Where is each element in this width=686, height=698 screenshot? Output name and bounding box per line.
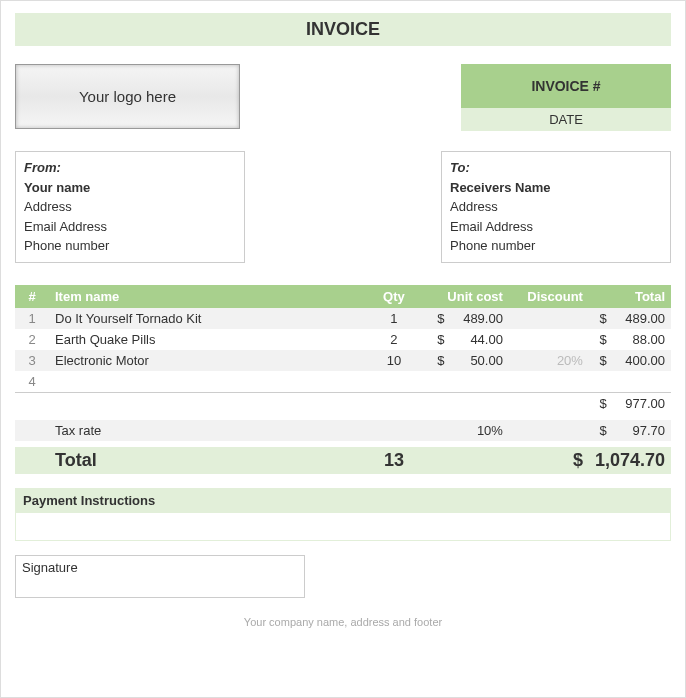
table-row: 2 Earth Quake Pills 2 $ 44.00 $ 88.00: [15, 329, 671, 350]
cell-num: 1: [15, 308, 49, 329]
invoice-number-label: INVOICE #: [461, 64, 671, 108]
cell-qty: 10: [369, 350, 419, 371]
to-label: To:: [450, 158, 662, 178]
cell-item: Earth Quake Pills: [49, 329, 369, 350]
subtotal-value: $ 977.00: [589, 392, 671, 414]
tax-amount: $ 97.70: [589, 420, 671, 441]
table-row-empty: 4: [15, 371, 671, 393]
signature-label: Signature: [22, 560, 78, 575]
tax-label: Tax rate: [49, 420, 369, 441]
to-phone: Phone number: [450, 236, 662, 256]
logo-placeholder[interactable]: Your logo here: [15, 64, 240, 129]
grand-total-qty: 13: [369, 447, 419, 474]
from-box: From: Your name Address Email Address Ph…: [15, 151, 245, 263]
from-name: Your name: [24, 178, 236, 198]
signature-box[interactable]: Signature: [15, 555, 305, 598]
header-row: Your logo here INVOICE # DATE: [15, 64, 671, 131]
to-name: Receivers Name: [450, 178, 662, 198]
col-unit: Unit cost: [419, 285, 509, 308]
cell-unit: $ 44.00: [419, 329, 509, 350]
cell-qty: 2: [369, 329, 419, 350]
cell-discount: [509, 308, 589, 329]
page-title: INVOICE: [15, 13, 671, 46]
tax-rate: 10%: [419, 420, 509, 441]
col-num: #: [15, 285, 49, 308]
grand-total-currency: $: [509, 447, 589, 474]
col-item: Item name: [49, 285, 369, 308]
payment-instructions-label: Payment Instructions: [15, 488, 671, 513]
grand-total-row: Total 13 $ 1,074.70: [15, 447, 671, 474]
cell-num: 2: [15, 329, 49, 350]
from-address: Address: [24, 197, 236, 217]
col-qty: Qty: [369, 285, 419, 308]
cell-total: $ 400.00: [589, 350, 671, 371]
col-discount: Discount: [509, 285, 589, 308]
cell-num: 3: [15, 350, 49, 371]
cell-discount: [509, 329, 589, 350]
cell-total: $ 88.00: [589, 329, 671, 350]
subtotal-row: $ 977.00: [15, 392, 671, 414]
cell-unit: $ 50.00: [419, 350, 509, 371]
grand-total-label: Total: [49, 447, 369, 474]
cell-qty: 1: [369, 308, 419, 329]
from-email: Email Address: [24, 217, 236, 237]
grand-total-amount: 1,074.70: [589, 447, 671, 474]
payment-instructions-body[interactable]: [15, 513, 671, 541]
cell-item: Do It Yourself Tornado Kit: [49, 308, 369, 329]
from-phone: Phone number: [24, 236, 236, 256]
tax-row: Tax rate 10% $ 97.70: [15, 420, 671, 441]
cell-num: 4: [15, 371, 49, 393]
invoice-page: INVOICE Your logo here INVOICE # DATE Fr…: [0, 0, 686, 698]
table-header: # Item name Qty Unit cost Discount Total: [15, 285, 671, 308]
cell-item: Electronic Motor: [49, 350, 369, 371]
cell-unit: $ 489.00: [419, 308, 509, 329]
from-label: From:: [24, 158, 236, 178]
cell-total: $ 489.00: [589, 308, 671, 329]
table-row: 3 Electronic Motor 10 $ 50.00 20% $ 400.…: [15, 350, 671, 371]
cell-discount: 20%: [509, 350, 589, 371]
to-box: To: Receivers Name Address Email Address…: [441, 151, 671, 263]
footer-text: Your company name, address and footer: [15, 616, 671, 628]
invoice-date-label: DATE: [461, 108, 671, 131]
invoice-meta: INVOICE # DATE: [461, 64, 671, 131]
table-row: 1 Do It Yourself Tornado Kit 1 $ 489.00 …: [15, 308, 671, 329]
col-total: Total: [589, 285, 671, 308]
to-address: Address: [450, 197, 662, 217]
to-email: Email Address: [450, 217, 662, 237]
address-row: From: Your name Address Email Address Ph…: [15, 151, 671, 263]
items-table: # Item name Qty Unit cost Discount Total…: [15, 285, 671, 474]
